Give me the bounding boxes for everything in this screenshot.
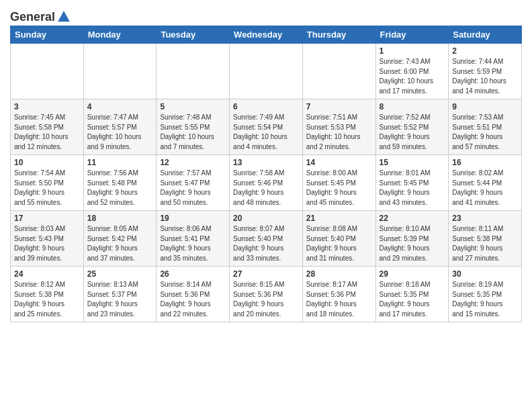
day-number: 25: [87, 269, 153, 279]
calendar-cell: [83, 44, 157, 99]
calendar-cell: 30Sunrise: 8:19 AM Sunset: 5:35 PM Dayli…: [449, 267, 522, 322]
logo-icon: [56, 9, 71, 24]
day-number: 20: [233, 214, 299, 223]
day-info: Sunrise: 8:11 AM Sunset: 5:38 PM Dayligh…: [452, 224, 518, 263]
calendar-cell: 16Sunrise: 8:02 AM Sunset: 5:44 PM Dayli…: [449, 155, 522, 211]
calendar-cell: 27Sunrise: 8:15 AM Sunset: 5:36 PM Dayli…: [230, 267, 303, 322]
day-info: Sunrise: 7:58 AM Sunset: 5:46 PM Dayligh…: [233, 169, 299, 208]
day-info: Sunrise: 8:14 AM Sunset: 5:36 PM Dayligh…: [160, 280, 226, 319]
day-info: Sunrise: 8:05 AM Sunset: 5:42 PM Dayligh…: [87, 224, 153, 263]
calendar-week-row: 3Sunrise: 7:45 AM Sunset: 5:58 PM Daylig…: [11, 99, 522, 155]
day-info: Sunrise: 7:47 AM Sunset: 5:57 PM Dayligh…: [87, 113, 153, 152]
calendar-cell: 4Sunrise: 7:47 AM Sunset: 5:57 PM Daylig…: [83, 99, 157, 155]
calendar-cell: [11, 44, 84, 99]
day-number: 30: [452, 269, 518, 279]
calendar-week-row: 10Sunrise: 7:54 AM Sunset: 5:50 PM Dayli…: [11, 155, 522, 211]
day-number: 27: [233, 269, 299, 279]
calendar-header-friday: Friday: [375, 26, 449, 44]
calendar-cell: 3Sunrise: 7:45 AM Sunset: 5:58 PM Daylig…: [11, 99, 84, 155]
calendar-header-row: SundayMondayTuesdayWednesdayThursdayFrid…: [11, 26, 522, 44]
page: General SundayMondayTuesdayWednesdayThur…: [0, 0, 532, 329]
calendar-cell: 26Sunrise: 8:14 AM Sunset: 5:36 PM Dayli…: [157, 267, 230, 322]
calendar-header-tuesday: Tuesday: [157, 26, 230, 44]
day-number: 14: [306, 158, 372, 167]
day-number: 3: [14, 102, 80, 111]
day-number: 24: [14, 269, 80, 279]
day-number: 22: [380, 214, 445, 223]
calendar-cell: 28Sunrise: 8:17 AM Sunset: 5:36 PM Dayli…: [302, 267, 375, 322]
day-number: 16: [452, 158, 518, 167]
day-info: Sunrise: 7:52 AM Sunset: 5:52 PM Dayligh…: [380, 113, 445, 152]
calendar-cell: 7Sunrise: 7:51 AM Sunset: 5:53 PM Daylig…: [302, 99, 375, 155]
day-number: 1: [380, 46, 445, 56]
day-number: 7: [306, 102, 372, 111]
calendar-cell: 23Sunrise: 8:11 AM Sunset: 5:38 PM Dayli…: [449, 211, 522, 267]
day-info: Sunrise: 8:07 AM Sunset: 5:40 PM Dayligh…: [233, 224, 299, 263]
day-number: 15: [380, 158, 445, 167]
day-info: Sunrise: 7:54 AM Sunset: 5:50 PM Dayligh…: [14, 169, 80, 208]
header: General: [10, 7, 522, 21]
day-number: 19: [160, 214, 226, 223]
day-number: 6: [233, 102, 299, 111]
calendar-cell: [157, 44, 230, 99]
logo: General: [10, 9, 71, 21]
calendar-header-monday: Monday: [83, 26, 157, 44]
day-info: Sunrise: 8:19 AM Sunset: 5:35 PM Dayligh…: [452, 280, 518, 319]
calendar-cell: 2Sunrise: 7:44 AM Sunset: 5:59 PM Daylig…: [449, 44, 522, 99]
calendar-cell: 1Sunrise: 7:43 AM Sunset: 6:00 PM Daylig…: [375, 44, 449, 99]
day-info: Sunrise: 7:53 AM Sunset: 5:51 PM Dayligh…: [452, 113, 518, 152]
calendar-cell: 17Sunrise: 8:03 AM Sunset: 5:43 PM Dayli…: [11, 211, 84, 267]
day-info: Sunrise: 7:51 AM Sunset: 5:53 PM Dayligh…: [306, 113, 372, 152]
calendar-cell: 22Sunrise: 8:10 AM Sunset: 5:39 PM Dayli…: [375, 211, 449, 267]
day-info: Sunrise: 7:45 AM Sunset: 5:58 PM Dayligh…: [14, 113, 80, 152]
day-info: Sunrise: 8:18 AM Sunset: 5:35 PM Dayligh…: [380, 280, 445, 319]
calendar-cell: 12Sunrise: 7:57 AM Sunset: 5:47 PM Dayli…: [157, 155, 230, 211]
day-info: Sunrise: 8:02 AM Sunset: 5:44 PM Dayligh…: [452, 169, 518, 208]
day-number: 29: [380, 269, 445, 279]
calendar-week-row: 24Sunrise: 8:12 AM Sunset: 5:38 PM Dayli…: [11, 267, 522, 322]
svg-marker-0: [58, 11, 70, 21]
day-info: Sunrise: 8:01 AM Sunset: 5:45 PM Dayligh…: [380, 169, 445, 208]
calendar-cell: 11Sunrise: 7:56 AM Sunset: 5:48 PM Dayli…: [83, 155, 157, 211]
day-info: Sunrise: 8:15 AM Sunset: 5:36 PM Dayligh…: [233, 280, 299, 319]
day-number: 10: [14, 158, 80, 167]
calendar-cell: 10Sunrise: 7:54 AM Sunset: 5:50 PM Dayli…: [11, 155, 84, 211]
calendar-cell: 6Sunrise: 7:49 AM Sunset: 5:54 PM Daylig…: [230, 99, 303, 155]
day-number: 2: [452, 46, 518, 56]
day-info: Sunrise: 7:43 AM Sunset: 6:00 PM Dayligh…: [380, 57, 445, 96]
calendar-cell: 29Sunrise: 8:18 AM Sunset: 5:35 PM Dayli…: [375, 267, 449, 322]
calendar-header-wednesday: Wednesday: [230, 26, 303, 44]
calendar-table: SundayMondayTuesdayWednesdayThursdayFrid…: [10, 26, 522, 322]
day-info: Sunrise: 7:56 AM Sunset: 5:48 PM Dayligh…: [87, 169, 153, 208]
day-info: Sunrise: 8:00 AM Sunset: 5:45 PM Dayligh…: [306, 169, 372, 208]
calendar-cell: 18Sunrise: 8:05 AM Sunset: 5:42 PM Dayli…: [83, 211, 157, 267]
logo-general-text: General: [10, 10, 55, 24]
day-number: 11: [87, 158, 153, 167]
calendar-header-thursday: Thursday: [302, 26, 375, 44]
day-number: 21: [306, 214, 372, 223]
calendar-cell: 9Sunrise: 7:53 AM Sunset: 5:51 PM Daylig…: [449, 99, 522, 155]
day-info: Sunrise: 8:06 AM Sunset: 5:41 PM Dayligh…: [160, 224, 226, 263]
calendar-cell: 19Sunrise: 8:06 AM Sunset: 5:41 PM Dayli…: [157, 211, 230, 267]
day-number: 23: [452, 214, 518, 223]
day-info: Sunrise: 8:17 AM Sunset: 5:36 PM Dayligh…: [306, 280, 372, 319]
calendar-cell: 14Sunrise: 8:00 AM Sunset: 5:45 PM Dayli…: [302, 155, 375, 211]
day-number: 8: [380, 102, 445, 111]
day-number: 26: [160, 269, 226, 279]
calendar-cell: 15Sunrise: 8:01 AM Sunset: 5:45 PM Dayli…: [375, 155, 449, 211]
day-number: 13: [233, 158, 299, 167]
day-info: Sunrise: 8:10 AM Sunset: 5:39 PM Dayligh…: [380, 224, 445, 263]
calendar-cell: [302, 44, 375, 99]
day-info: Sunrise: 7:57 AM Sunset: 5:47 PM Dayligh…: [160, 169, 226, 208]
day-number: 17: [14, 214, 80, 223]
day-number: 12: [160, 158, 226, 167]
calendar-cell: 21Sunrise: 8:08 AM Sunset: 5:40 PM Dayli…: [302, 211, 375, 267]
day-number: 28: [306, 269, 372, 279]
calendar-week-row: 17Sunrise: 8:03 AM Sunset: 5:43 PM Dayli…: [11, 211, 522, 267]
day-info: Sunrise: 7:49 AM Sunset: 5:54 PM Dayligh…: [233, 113, 299, 152]
day-number: 4: [87, 102, 153, 111]
day-number: 9: [452, 102, 518, 111]
day-number: 18: [87, 214, 153, 223]
calendar-cell: [230, 44, 303, 99]
day-info: Sunrise: 7:44 AM Sunset: 5:59 PM Dayligh…: [452, 57, 518, 96]
